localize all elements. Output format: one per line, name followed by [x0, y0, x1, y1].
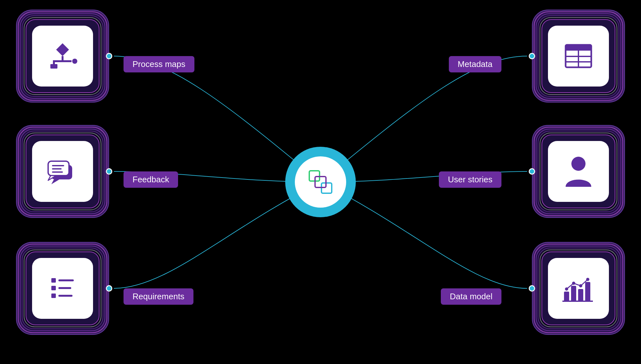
connector-dot-data-model	[529, 285, 535, 292]
svg-rect-16	[52, 168, 62, 170]
table-icon	[562, 40, 594, 72]
center-app-icon	[306, 168, 335, 196]
svg-rect-20	[51, 286, 56, 290]
node-data-model[interactable]	[532, 242, 625, 335]
svg-rect-31	[564, 292, 569, 301]
svg-rect-23	[58, 295, 73, 297]
node-requirements[interactable]	[16, 242, 109, 335]
label-metadata: Metadata	[449, 56, 501, 72]
svg-rect-15	[52, 165, 64, 166]
metadata-icon-box	[548, 26, 609, 87]
connector-dot-metadata	[529, 53, 535, 59]
node-process-maps[interactable]	[16, 10, 109, 103]
connector-dot-process-maps	[106, 53, 112, 59]
chat-icon	[45, 155, 80, 187]
requirements-icon-box	[32, 258, 93, 319]
center-icon-container	[295, 156, 346, 208]
label-feedback: Feedback	[124, 171, 178, 188]
svg-rect-34	[585, 282, 590, 301]
svg-rect-22	[51, 294, 56, 298]
chart-icon	[561, 272, 596, 304]
svg-rect-21	[58, 287, 71, 289]
user-stories-icon-box	[548, 141, 609, 202]
svg-rect-4	[62, 56, 64, 61]
svg-rect-2	[315, 177, 326, 187]
svg-rect-8	[63, 60, 72, 62]
svg-rect-19	[58, 279, 74, 281]
svg-rect-7	[50, 64, 57, 69]
connector-dot-requirements	[106, 285, 112, 292]
svg-rect-33	[578, 289, 583, 301]
svg-rect-25	[566, 45, 591, 51]
svg-marker-11	[51, 179, 59, 184]
label-user-stories: User stories	[439, 171, 501, 188]
process-maps-icon-box	[32, 26, 93, 87]
connector-dot-user-stories	[529, 168, 535, 175]
center-node[interactable]	[285, 147, 356, 217]
svg-rect-17	[52, 171, 63, 173]
label-requirements: Requirements	[124, 288, 193, 305]
connector-dot-feedback	[106, 168, 112, 175]
checklist-icon	[48, 272, 77, 304]
svg-rect-18	[51, 278, 56, 283]
node-metadata[interactable]	[532, 10, 625, 103]
diagram-container: Process maps	[0, 0, 641, 364]
label-process-maps: Process maps	[124, 56, 194, 72]
flowchart-icon	[47, 40, 79, 72]
data-model-icon-box	[548, 258, 609, 319]
feedback-icon-box	[32, 141, 93, 202]
svg-rect-30	[575, 174, 582, 178]
svg-point-9	[72, 59, 77, 64]
node-user-stories[interactable]	[532, 125, 625, 218]
svg-marker-3	[56, 43, 69, 56]
label-data-model: Data model	[441, 288, 501, 305]
user-icon	[564, 155, 593, 188]
node-feedback[interactable]	[16, 125, 109, 218]
svg-point-29	[571, 157, 585, 171]
svg-rect-32	[571, 286, 576, 301]
